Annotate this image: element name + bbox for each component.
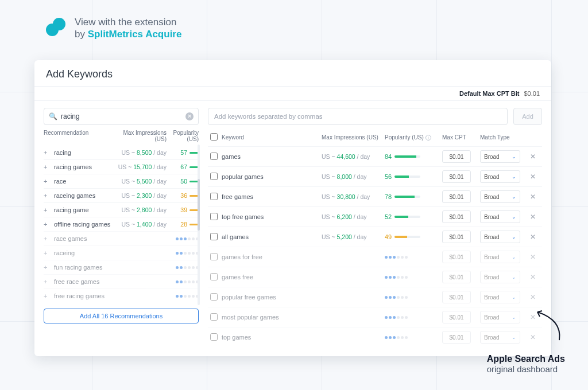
recommendation-row[interactable]: + raceUS ~ 5,500 / day 50 [44,174,199,188]
rec-impressions: US ~ 8,500 / day [114,149,167,156]
rec-keyword: racing games [54,163,114,170]
header-tagline: View with the extension by SplitMetrics … [75,16,181,41]
match-type-select[interactable]: Broad⌄ [480,251,520,263]
max-cpt-input[interactable] [442,251,471,263]
match-type-select[interactable]: Broad⌄ [480,170,520,183]
chevron-down-icon: ⌄ [512,334,516,340]
keyword-name: popular free games [222,294,322,301]
add-recommendation-icon[interactable]: + [44,163,51,170]
match-type-select[interactable]: Broad⌄ [480,311,520,323]
arrow-annotation-icon [531,309,565,343]
max-cpt-input[interactable] [442,271,471,283]
row-checkbox[interactable] [210,273,218,280]
keyword-row: popular free games Broad⌄ ✕ [208,287,542,307]
add-button[interactable]: Add [513,108,542,125]
match-type-select[interactable]: Broad⌄ [480,150,520,163]
keyword-impressions: US ~ 8,000 / day [322,173,385,180]
scrollbar-track[interactable] [198,145,200,305]
remove-keyword-icon[interactable]: ✕ [526,273,540,281]
keyword-row: top games Broad⌄ ✕ [208,327,542,347]
max-cpt-input[interactable] [442,231,471,243]
recommendation-row[interactable]: + racing gameUS ~ 2,800 / day 39 [44,202,199,217]
row-checkbox[interactable] [210,173,218,180]
recommendation-row[interactable]: + free race games [44,274,199,288]
add-recommendation-icon[interactable]: + [44,221,51,228]
row-checkbox[interactable] [210,333,218,341]
recommendation-row[interactable]: + fun racing games [44,260,199,274]
row-checkbox[interactable] [210,253,218,260]
add-recommendation-icon[interactable]: + [44,264,51,271]
remove-keyword-icon[interactable]: ✕ [526,233,540,241]
row-checkbox[interactable] [210,193,218,200]
max-cpt-input[interactable] [442,331,471,344]
remove-keyword-icon[interactable]: ✕ [526,153,540,161]
match-type-select[interactable]: Broad⌄ [480,231,520,243]
select-all-checkbox[interactable] [210,133,218,141]
keyword-name: games [222,153,322,160]
recommendation-row[interactable]: + racingUS ~ 8,500 / day 57 [44,146,199,159]
add-recommendation-icon[interactable]: + [44,249,51,256]
info-icon[interactable]: i [425,135,431,141]
annotation-label: Apple Search Ads original dashboard [487,354,565,374]
rec-popularity-dots [167,237,199,240]
rec-popularity: 39 [167,206,199,213]
keyword-popularity [385,256,442,259]
row-checkbox[interactable] [210,153,218,160]
rec-keyword: raceing [54,249,114,256]
add-recommendation-icon[interactable]: + [44,178,51,185]
rec-keyword: race [54,178,114,185]
max-cpt-input[interactable] [442,190,471,203]
search-icon: 🔍 [49,112,57,120]
rec-popularity: 50 [167,178,199,185]
recommendation-row[interactable]: + free racing games [44,288,199,303]
rec-popularity: 57 [167,149,199,156]
clear-search-icon[interactable]: ✕ [185,112,194,120]
rec-keyword: raceing games [54,192,114,199]
rec-keyword: free race games [54,278,114,285]
recommendation-row[interactable]: + racing gamesUS ~ 15,700 / day 67 [44,159,199,174]
add-recommendation-icon[interactable]: + [44,278,51,285]
match-type-select[interactable]: Broad⌄ [480,291,520,303]
remove-keyword-icon[interactable]: ✕ [526,253,540,261]
add-recommendation-icon[interactable]: + [44,292,51,299]
add-all-button[interactable]: Add All 16 Recommendations [44,309,199,323]
recommendation-row[interactable]: + race games [44,231,199,245]
keyword-impressions: US ~ 6,200 / day [322,213,385,220]
remove-keyword-icon[interactable]: ✕ [526,213,540,221]
max-cpt-input[interactable] [442,170,471,183]
row-checkbox[interactable] [210,213,218,220]
add-recommendation-icon[interactable]: + [44,235,51,242]
add-recommendation-icon[interactable]: + [44,192,51,199]
match-type-select[interactable]: Broad⌄ [480,331,520,344]
max-cpt-input[interactable] [442,311,471,323]
match-type-select[interactable]: Broad⌄ [480,210,520,223]
rec-popularity-dots [167,252,199,255]
row-checkbox[interactable] [210,233,218,240]
row-checkbox[interactable] [210,293,218,301]
keyword-row: games US ~ 44,600 / day 84 Broad⌄ ✕ [208,146,542,166]
remove-keyword-icon[interactable]: ✕ [526,173,540,181]
add-keywords-input[interactable] [208,108,508,125]
recommendation-row[interactable]: + offline racing gamesUS ~ 1,400 / day 2… [44,217,199,231]
scrollbar-thumb[interactable] [198,179,200,231]
keywords-pane: Add Keyword Max Impressions (US) Popular… [208,108,542,347]
remove-keyword-icon[interactable]: ✕ [526,293,540,301]
search-input[interactable] [61,112,185,120]
match-type-select[interactable]: Broad⌄ [480,271,520,283]
recommendations-list: + racingUS ~ 8,500 / day 57+ racing game… [44,146,199,303]
match-type-select[interactable]: Broad⌄ [480,190,520,203]
row-checkbox[interactable] [210,313,218,321]
remove-keyword-icon[interactable]: ✕ [526,193,540,201]
chevron-down-icon: ⌄ [512,214,516,220]
recommendation-row[interactable]: + raceing gamesUS ~ 2,300 / day 36 [44,188,199,202]
max-cpt-input[interactable] [442,210,471,223]
add-recommendation-icon[interactable]: + [44,206,51,213]
keyword-row: games for free Broad⌄ ✕ [208,247,542,267]
max-cpt-input[interactable] [442,291,471,303]
chevron-down-icon: ⌄ [512,274,516,280]
recommendation-row[interactable]: + raceing [44,245,199,260]
add-recommendation-icon[interactable]: + [44,149,51,156]
keyword-popularity [385,276,442,279]
max-cpt-input[interactable] [442,150,471,163]
search-box[interactable]: 🔍 ✕ [44,108,199,125]
